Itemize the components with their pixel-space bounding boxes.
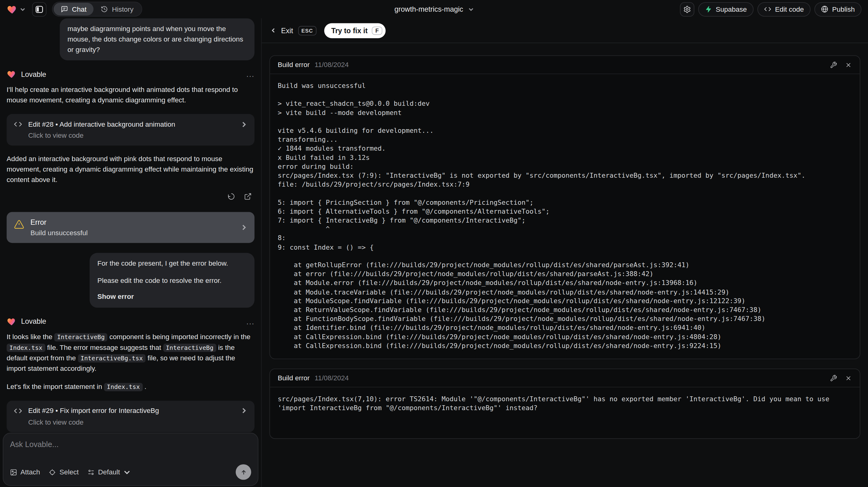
user-message-text: For the code present, I get the error be… xyxy=(97,258,247,269)
console-line: at ModuleScope.findVariable (file:///bui… xyxy=(278,297,852,306)
chevron-down-icon xyxy=(468,6,474,12)
supabase-label: Supabase xyxy=(716,5,747,13)
top-bar-actions: Supabase Edit code Publish xyxy=(680,2,861,16)
console-output: src/pages/Index.tsx(7,10): error TS2614:… xyxy=(270,387,860,438)
build-error-card[interactable]: Error Build unsuccessful xyxy=(7,212,254,243)
edit-card-29[interactable]: Edit #29 • Fix import error for Interact… xyxy=(7,400,254,432)
console-line: 8: xyxy=(278,234,852,243)
attach-button[interactable]: Attach xyxy=(10,468,40,476)
try-to-fix-label: Try to fix it xyxy=(331,26,368,35)
publish-label: Publish xyxy=(832,5,855,13)
send-button[interactable] xyxy=(236,464,251,480)
build-error-panel-1: Build error 11/08/2024 Build was unsucce… xyxy=(270,55,860,359)
exit-label: Exit xyxy=(281,26,293,35)
user-message: maybe diagramming points and when you mo… xyxy=(60,18,254,60)
assistant-message: Added an interactive background with pin… xyxy=(7,154,254,186)
open-preview-button[interactable] xyxy=(241,190,254,203)
console-line: at getRollupError (file:///builds/29/pro… xyxy=(278,261,852,270)
console-line: src/pages/Index.tsx(7,10): error TS2614:… xyxy=(278,395,852,413)
project-name: growth-metrics-magic xyxy=(394,5,463,13)
inline-code: Index.tsx xyxy=(104,383,143,391)
show-error-link[interactable]: Show error xyxy=(97,292,247,302)
mode-dropdown[interactable]: Default xyxy=(88,468,131,476)
chat-input[interactable] xyxy=(10,440,251,459)
chevron-down-icon xyxy=(123,468,130,476)
chevron-right-icon xyxy=(241,407,247,414)
message-actions xyxy=(7,190,254,203)
wrench-icon[interactable] xyxy=(830,374,837,382)
wrench-icon[interactable] xyxy=(830,61,837,68)
console-line xyxy=(278,117,852,126)
assistant-header: Lovable ... xyxy=(7,69,254,79)
edit-card-subtitle: Click to view code xyxy=(28,418,247,426)
supabase-button[interactable]: Supabase xyxy=(698,2,754,16)
console-line: at CallExpression.bind (file:///builds/2… xyxy=(278,332,852,341)
assistant-name: Lovable xyxy=(21,70,46,79)
console-line: at Module.error (file:///builds/29/proje… xyxy=(278,278,852,287)
console-line: at Identifier.bind (file:///builds/29/pr… xyxy=(278,324,852,332)
settings-button[interactable] xyxy=(680,2,694,16)
build-error-panel-2: Build error 11/08/2024 src/pages/Index.t… xyxy=(270,369,860,439)
assistant-message: Let's fix the import statement in Index.… xyxy=(7,382,254,392)
chevron-right-icon xyxy=(241,224,247,231)
edit-code-button[interactable]: Edit code xyxy=(757,2,810,16)
edit-card-title: Edit #28 • Add interactive background an… xyxy=(28,121,175,128)
panel-left-icon xyxy=(35,5,43,13)
composer-toolbar: Attach Select Default xyxy=(10,464,251,480)
assistant-message: It looks like the InteractiveBg componen… xyxy=(7,332,254,374)
console-line: > vite build --mode development xyxy=(278,108,852,117)
restore-button[interactable] xyxy=(225,190,238,203)
error-panels-scroll[interactable]: Build error 11/08/2024 Build was unsucce… xyxy=(261,43,868,487)
console-line: 7: import { InteractiveBg } from "@/comp… xyxy=(278,216,852,225)
exit-button[interactable]: Exit ESC xyxy=(271,26,316,35)
chat-panel: maybe diagramming points and when you mo… xyxy=(0,18,261,487)
tab-history[interactable]: History xyxy=(94,3,141,16)
select-element-button[interactable]: Select xyxy=(49,468,79,476)
inline-code: InteractiveBg xyxy=(54,333,107,341)
lovable-logo-menu[interactable] xyxy=(7,4,26,15)
console-line: x Build failed in 3.12s xyxy=(278,153,852,162)
console-line: Build was unsuccessful xyxy=(278,82,852,90)
f-key-badge: F xyxy=(372,26,382,35)
message-menu-button[interactable]: ... xyxy=(247,318,254,324)
select-label: Select xyxy=(59,468,79,476)
console-line: 9: const Index = () => { xyxy=(278,243,852,252)
warning-triangle-icon xyxy=(14,219,24,230)
code-icon xyxy=(14,406,22,415)
close-icon[interactable] xyxy=(845,61,852,68)
console-line: file: /builds/29/project/src/pages/Index… xyxy=(278,180,852,189)
lovable-heart-icon xyxy=(7,69,17,79)
console-output: Build was unsuccessful > vite_react_shad… xyxy=(270,74,860,359)
sliders-icon xyxy=(88,468,95,476)
close-icon[interactable] xyxy=(845,374,852,382)
publish-button[interactable]: Publish xyxy=(814,2,862,16)
panel-actions xyxy=(830,61,852,68)
project-switcher[interactable]: growth-metrics-magic xyxy=(394,5,474,13)
console-line: ✓ 1844 modules transformed. xyxy=(278,144,852,153)
attach-label: Attach xyxy=(21,468,40,476)
edit-card-28[interactable]: Edit #28 • Add interactive background an… xyxy=(7,114,254,146)
refresh-icon xyxy=(227,193,235,201)
main-area: maybe diagramming points and when you mo… xyxy=(0,18,868,487)
edit-code-label: Edit code xyxy=(775,5,804,13)
tab-chat[interactable]: Chat xyxy=(54,3,94,16)
assistant-header: Lovable ... xyxy=(7,316,254,326)
console-line: transforming... xyxy=(278,135,852,144)
console-line xyxy=(278,252,852,261)
console-line: vite v5.4.6 building for development... xyxy=(278,126,852,135)
message-menu-button[interactable]: ... xyxy=(247,72,254,77)
chevron-right-icon xyxy=(241,121,247,128)
code-icon xyxy=(764,5,771,12)
arrow-up-icon xyxy=(240,468,247,476)
assistant-message: I'll help create an interactive backgrou… xyxy=(7,85,254,106)
try-to-fix-button[interactable]: Try to fix it F xyxy=(324,23,385,38)
error-card-subtitle: Build unsuccessful xyxy=(30,230,88,237)
sidebar-toggle-button[interactable] xyxy=(32,2,46,16)
panel-date: 11/08/2024 xyxy=(315,61,349,68)
inline-code: Index.tsx xyxy=(7,343,45,352)
console-line: at FunctionBodyScope.findVariable (file:… xyxy=(278,314,852,324)
image-attach-icon xyxy=(10,468,17,476)
error-review-panel: Exit ESC Try to fix it F Build error 11/… xyxy=(261,18,868,487)
lovable-heart-icon xyxy=(7,316,17,326)
panel-header: Build error 11/08/2024 xyxy=(270,369,860,387)
